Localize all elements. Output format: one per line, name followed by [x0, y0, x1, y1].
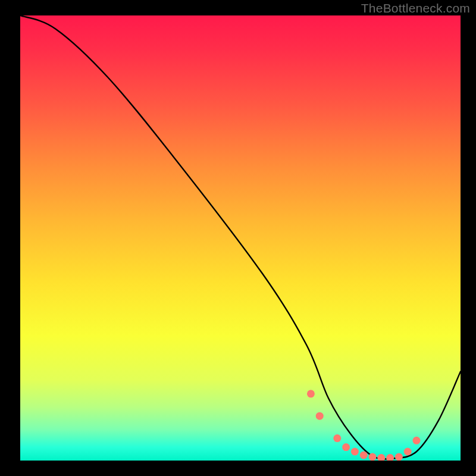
marker-dot: [342, 443, 350, 451]
plot-area: [20, 15, 461, 461]
marker-dot: [316, 412, 324, 420]
marker-dot: [360, 452, 368, 459]
marker-dot: [307, 390, 315, 397]
marker-dot: [369, 453, 377, 461]
marker-dot: [404, 448, 412, 456]
watermark-text: TheBottleneck.com: [361, 1, 470, 15]
bottleneck-curve: [20, 15, 461, 461]
marker-dot: [413, 437, 421, 444]
marker-dot: [333, 434, 341, 442]
marker-dot: [395, 453, 403, 461]
marker-dot: [386, 454, 394, 461]
marker-dot: [377, 454, 385, 461]
curve-path: [20, 15, 461, 459]
marker-dot: [351, 448, 359, 456]
marker-group: [307, 390, 421, 461]
chart-frame: TheBottleneck.com: [0, 0, 476, 476]
